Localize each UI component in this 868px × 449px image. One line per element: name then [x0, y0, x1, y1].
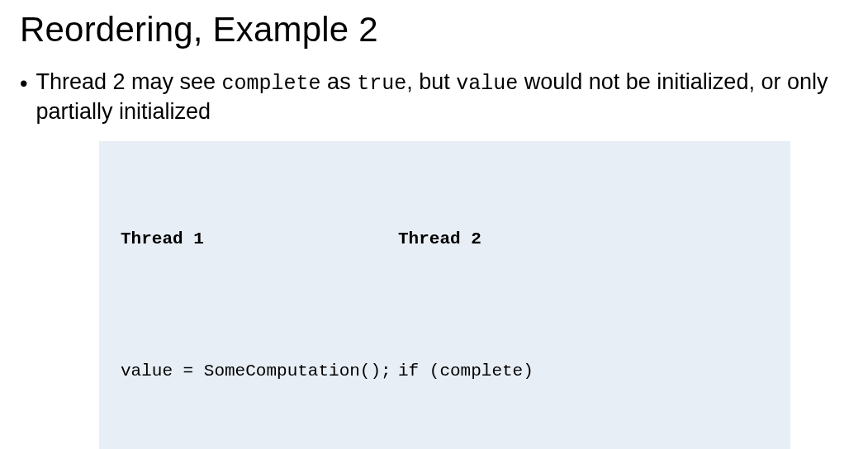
slide-title: Reordering, Example 2: [20, 10, 848, 50]
thread2-header: Thread 2: [398, 223, 769, 256]
bullet-item: • Thread 2 may see complete as true, but…: [20, 68, 848, 126]
code-box: Thread 1 value = SomeComputation(); comp…: [99, 141, 790, 449]
thread1-header: Thread 1: [121, 223, 398, 256]
thread1-line1: value = SomeComputation();: [121, 355, 398, 388]
bullet-code-value: value: [456, 72, 518, 96]
code-column-thread2: Thread 2 if (complete) { Use(value); }: [398, 158, 769, 449]
bullet-seg-4: , but: [406, 69, 456, 94]
bullet-dot-icon: •: [20, 68, 27, 98]
code-column-thread1: Thread 1 value = SomeComputation(); comp…: [121, 158, 398, 449]
bullet-seg-0: Thread 2 may see: [36, 69, 221, 94]
bullet-code-complete: complete: [222, 72, 321, 96]
bullet-seg-2: as: [321, 69, 358, 94]
bullet-code-true: true: [357, 72, 406, 96]
bullet-text: Thread 2 may see complete as true, but v…: [36, 68, 848, 126]
thread2-line1: if (complete): [398, 355, 769, 388]
